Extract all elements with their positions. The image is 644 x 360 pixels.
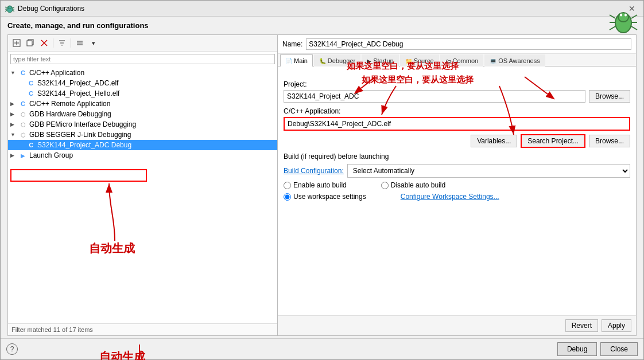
tab-os-awareness[interactable]: 💻 OS Awareness — [484, 54, 545, 66]
filter-status: Filter matched 11 of 17 items — [8, 323, 277, 335]
tab-source[interactable]: 📁 Source — [400, 54, 439, 66]
dropdown-button[interactable]: ▾ — [87, 37, 100, 49]
close-button[interactable]: Close — [600, 342, 638, 356]
tree-item-s32k144-adc-debug[interactable]: C S32K144_Project_ADC Debug — [8, 140, 277, 150]
tree-item-launch-group[interactable]: ▶ ▶ Launch Group — [8, 150, 277, 161]
duplicate-button[interactable] — [24, 37, 37, 49]
debug-button[interactable]: Debug — [557, 342, 597, 356]
expander-icon: ▶ — [10, 111, 18, 117]
right-content: 如果这里空白，要从这里选择 — [278, 66, 636, 315]
close-window-button[interactable]: ✕ — [625, 3, 639, 14]
tree-label: S32K144_Project_ADC.elf — [37, 79, 118, 87]
window-title: Debug Configurations — [18, 5, 84, 13]
gdb-icon: ⬡ — [18, 130, 28, 139]
browse-button[interactable]: Browse... — [589, 135, 630, 147]
help-icon[interactable]: ? — [6, 343, 18, 355]
tree-item-gdb-pemicro-group[interactable]: ▶ ⬡ GDB PEMicro Interface Debugging — [8, 119, 277, 130]
app-input[interactable] — [284, 117, 630, 131]
tab-main-label: Main — [294, 57, 308, 64]
right-bottom-row: Revert Apply — [278, 315, 636, 335]
tab-debugger-label: Debugger — [328, 57, 355, 64]
tree-item-cpp-remote-group[interactable]: ▶ C C/C++ Remote Application — [8, 99, 277, 109]
tree-item-s32k144-hello-elf[interactable]: C S32K144_Project_Hello.elf — [8, 88, 277, 99]
build-section: Build (if required) before launching Bui… — [284, 152, 630, 201]
tree-label: S32K144_Project_ADC Debug — [37, 141, 131, 149]
expander-icon: ▼ — [10, 70, 18, 76]
title-bar-left: Debug Configurations — [5, 4, 84, 13]
tab-main[interactable]: 📄 Main — [280, 54, 313, 66]
svg-line-2 — [5, 7, 7, 8]
svg-line-5 — [13, 7, 14, 8]
bottom-buttons: Debug Close — [557, 342, 638, 356]
tree-item-gdb-segger-group[interactable]: ▼ ⬡ GDB SEGGER J-Link Debugging — [8, 130, 277, 140]
bug-icon — [5, 4, 14, 13]
expander-icon: ▶ — [10, 101, 18, 107]
name-label: Name: — [282, 40, 302, 48]
build-config-label[interactable]: Build Configuration: — [284, 167, 344, 175]
tab-startup[interactable]: ▶ Startup — [362, 54, 398, 66]
dialog-subtitle: Create, manage, and run configurations — [7, 21, 637, 30]
disable-auto-build-label: Disable auto build — [391, 181, 445, 189]
c-icon: C — [18, 99, 28, 108]
tab-startup-label: Startup — [373, 57, 393, 64]
tree-label: C/C++ Remote Application — [29, 100, 110, 108]
title-bar: Debug Configurations ✕ — [1, 1, 643, 17]
tree-label: GDB SEGGER J-Link Debugging — [29, 131, 131, 139]
tabs-row: 📄 Main 🐛 Debugger ▶ Startup 📁 Source — [278, 54, 636, 66]
build-section-title: Build (if required) before launching — [284, 152, 630, 161]
tree-label: GDB PEMicro Interface Debugging — [29, 120, 136, 128]
c-icon: C — [26, 79, 36, 88]
expander-icon: ▶ — [10, 122, 18, 127]
app-field-row: C/C++ Application: Variables... Search P… — [284, 107, 630, 148]
svg-point-1 — [8, 6, 11, 9]
tree-item-gdb-hw-group[interactable]: ▶ ⬡ GDB Hardware Debugging — [8, 109, 277, 119]
startup-tab-icon: ▶ — [367, 58, 371, 64]
project-label: Project: — [284, 80, 630, 88]
filter-button[interactable] — [56, 37, 68, 49]
tab-common[interactable]: 🗂 Common — [440, 54, 484, 66]
apply-button[interactable]: Apply — [602, 319, 631, 332]
name-input[interactable] — [306, 38, 631, 50]
right-panel: Name: 📄 Main 🐛 Debugger ▶ Startu — [278, 35, 636, 335]
separator-2 — [71, 38, 71, 48]
configure-workspace-link[interactable]: Configure Workspace Settings... — [401, 193, 499, 201]
radio-row-1: Enable auto build Disable auto build — [284, 181, 630, 189]
tree-item-cpp-app-group[interactable]: ▼ C C/C++ Application — [8, 68, 277, 78]
toolbar: ▾ — [8, 35, 277, 52]
common-tab-icon: 🗂 — [445, 58, 451, 64]
project-browse-button[interactable]: Browse... — [589, 90, 630, 103]
new-config-button[interactable] — [10, 37, 23, 49]
tree-label: S32K144_Project_Hello.elf — [37, 89, 119, 97]
enable-auto-build-radio[interactable]: Enable auto build — [284, 181, 347, 189]
expander-icon: ▼ — [10, 132, 18, 138]
c-icon: C — [26, 89, 36, 98]
main-tab-icon: 📄 — [285, 58, 292, 64]
tab-common-label: Common — [453, 57, 479, 64]
tree-label: C/C++ Application — [29, 69, 84, 77]
use-workspace-label: Use workspace settings — [293, 193, 366, 201]
tree-label: Launch Group — [29, 151, 73, 159]
c-icon: C — [18, 68, 28, 77]
disable-auto-build-radio[interactable]: Disable auto build — [381, 181, 445, 189]
build-config-select[interactable]: Select Automatically — [347, 164, 630, 178]
collapse-button[interactable] — [73, 37, 86, 49]
revert-button[interactable]: Revert — [565, 319, 598, 332]
project-input-row: Browse... — [284, 90, 630, 103]
tree-item-s32k144-adc-elf[interactable]: C S32K144_Project_ADC.elf — [8, 78, 277, 88]
tab-source-label: Source — [414, 57, 434, 64]
app-label: C/C++ Application: — [284, 107, 630, 115]
gdb-icon: ⬡ — [18, 109, 28, 119]
tab-debugger[interactable]: 🐛 Debugger — [314, 54, 360, 66]
variables-button[interactable]: Variables... — [471, 135, 517, 147]
separator-1 — [53, 38, 53, 48]
svg-line-7 — [13, 10, 14, 11]
project-input[interactable] — [284, 90, 585, 103]
c-icon: C — [26, 140, 36, 150]
use-workspace-radio[interactable]: Use workspace settings — [284, 193, 366, 201]
delete-button[interactable] — [38, 37, 51, 49]
filter-input[interactable] — [10, 54, 275, 64]
play-icon: ▶ — [18, 151, 28, 160]
search-project-button[interactable]: Search Project... — [521, 134, 585, 148]
expander-icon: ▶ — [10, 152, 18, 158]
debugger-tab-icon: 🐛 — [319, 58, 326, 64]
